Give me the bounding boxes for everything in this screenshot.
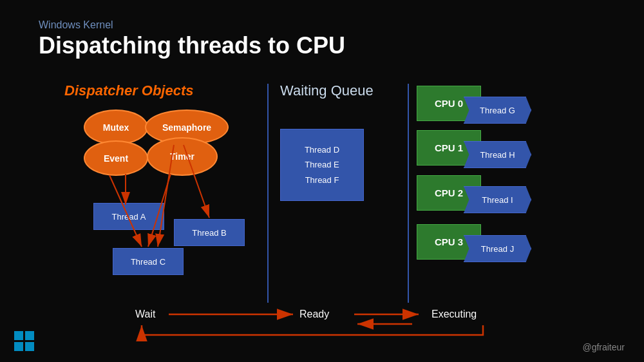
svg-rect-11 [25, 331, 34, 340]
subtitle: Windows Kernel [39, 19, 345, 31]
svg-rect-12 [14, 342, 23, 351]
title-area: Windows Kernel Dispatching threads to CP… [39, 19, 345, 59]
ready-label: Ready [299, 309, 329, 320]
watermark: @gfraiteur [582, 342, 625, 352]
thread-c-block: Thread C [113, 248, 184, 275]
event-ellipse: Event [84, 140, 148, 176]
svg-rect-13 [25, 342, 34, 351]
thread-g-flag: Thread G [464, 97, 531, 124]
windows-icon [13, 330, 35, 352]
thread-h-flag: Thread H [464, 141, 531, 168]
waiting-queue-label: Waiting Queue [280, 82, 374, 99]
thread-b-block: Thread B [174, 219, 245, 246]
main-title: Dispatching threads to CPU [39, 32, 345, 59]
waiting-queue-block: Thread D Thread E Thread F [280, 129, 364, 201]
thread-a-block: Thread A [93, 203, 164, 230]
wait-label: Wait [135, 309, 155, 320]
executing-label: Executing [431, 309, 477, 320]
separator-line-1 [267, 84, 269, 303]
timer-ellipse: Timer [147, 137, 218, 176]
svg-rect-10 [14, 331, 23, 340]
mutex-ellipse: Mutex [84, 110, 148, 145]
separator-line-2 [408, 84, 409, 303]
dispatcher-label: Dispatcher Objects [64, 82, 194, 99]
thread-j-flag: Thread J [464, 235, 531, 262]
thread-i-flag: Thread I [464, 186, 531, 213]
